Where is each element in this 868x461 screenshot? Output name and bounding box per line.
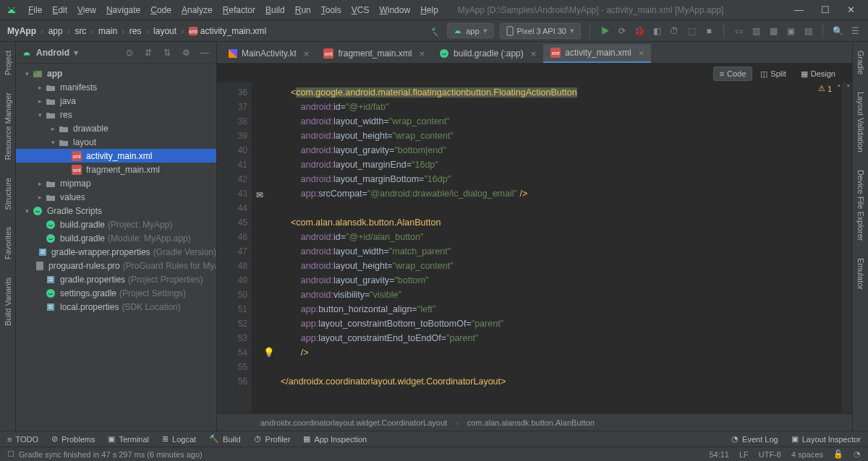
code-editor[interactable]: <com.google.android.material.floatingact… <box>252 82 842 413</box>
collapse-all-icon[interactable]: ⇅ <box>161 47 173 59</box>
intention-bulb-icon[interactable]: 💡 <box>263 345 275 360</box>
tree-item-build-gradle[interactable]: build.gradle(Project: MyApp) <box>16 217 216 231</box>
memory-indicator[interactable]: ◔ <box>854 449 861 459</box>
bottom-tool-layout-inspector[interactable]: ▣Layout Inspector <box>791 434 861 444</box>
tree-item-local-properties[interactable]: local.properties(SDK Location) <box>16 300 216 314</box>
bottom-tool-build[interactable]: 🔨Build <box>209 434 240 444</box>
caret-position[interactable]: 54:11 <box>709 450 729 459</box>
resource-manager-icon[interactable]: ▦ <box>767 25 779 37</box>
minimize-button[interactable]: ― <box>794 4 804 15</box>
tree-item-settings-gradle[interactable]: settings.gradle(Project Settings) <box>16 286 216 300</box>
bottom-tool-todo[interactable]: ≡TODO <box>7 434 38 444</box>
menu-edit[interactable]: Edit <box>47 5 72 15</box>
indent-setting[interactable]: 4 spaces <box>791 450 823 459</box>
close-tab-icon[interactable]: × <box>639 48 644 59</box>
tree-item-values[interactable]: ▸values <box>16 190 216 204</box>
split-view-button[interactable]: ◫ Split <box>754 66 792 82</box>
device-manager-icon[interactable]: ▤ <box>802 25 814 37</box>
menu-window[interactable]: Window <box>374 5 415 15</box>
breadcrumb-item[interactable]: src <box>75 26 86 36</box>
tree-item-layout[interactable]: ▾layout <box>16 135 216 149</box>
tree-item-manifests[interactable]: ▸manifests <box>16 80 216 94</box>
file-encoding[interactable]: UTF-8 <box>759 450 781 459</box>
menu-help[interactable]: Help <box>415 5 443 15</box>
tool-window-structure[interactable]: Structure <box>2 175 14 213</box>
tool-window-resource-manager[interactable]: Resource Manager <box>2 90 14 163</box>
close-tab-icon[interactable]: × <box>531 48 537 59</box>
menu-build[interactable]: Build <box>260 5 290 15</box>
avd-manager-icon[interactable]: ▭ <box>733 25 744 37</box>
menu-view[interactable]: View <box>72 5 101 15</box>
tool-window-emulator[interactable]: Emulator <box>855 255 867 293</box>
menu-code[interactable]: Code <box>145 5 176 15</box>
hide-panel-icon[interactable]: — <box>199 47 210 59</box>
inspection-indicator[interactable]: ⚠1˄˅ <box>818 84 851 93</box>
close-tab-icon[interactable]: × <box>419 48 425 59</box>
settings-icon[interactable]: ☰ <box>849 25 861 37</box>
menu-refactor[interactable]: Refactor <box>218 5 260 15</box>
editor-tab-activity-main-xml[interactable]: xmlactivity_main.xml× <box>543 44 651 63</box>
tree-item-fragment-main-xml[interactable]: xmlfragment_main.xml <box>16 163 216 176</box>
apply-changes-icon[interactable]: ⟳ <box>616 25 628 37</box>
menu-analyze[interactable]: Analyze <box>176 5 218 15</box>
tree-item-mipmap[interactable]: ▸mipmap <box>16 176 216 190</box>
search-everywhere-icon[interactable]: 🔍 <box>832 25 843 37</box>
bottom-tool-terminal[interactable]: ▣Terminal <box>108 434 149 444</box>
menu-file[interactable]: File <box>23 5 47 15</box>
tree-item-java[interactable]: ▸java <box>16 94 216 108</box>
error-stripe[interactable]: ⚠1˄˅ <box>842 82 852 413</box>
read-only-icon[interactable]: 🔓 <box>833 449 843 459</box>
run-button[interactable] <box>599 25 610 37</box>
bottom-tool-problems[interactable]: ⊘Problems <box>51 434 95 444</box>
tree-item-activity-main-xml[interactable]: xmlactivity_main.xml <box>16 149 216 163</box>
editor-breadcrumb[interactable]: androidx.coordinatorlayout.widget.Coordi… <box>217 413 852 431</box>
attach-debugger-icon[interactable]: ⬚ <box>686 25 697 37</box>
bottom-tool-logcat[interactable]: ≣Logcat <box>162 434 196 444</box>
stop-icon[interactable]: ■ <box>703 25 715 37</box>
code-view-button[interactable]: ≡ Code <box>713 66 753 81</box>
breadcrumb-item[interactable]: layout <box>153 26 176 36</box>
design-view-button[interactable]: ▦ Design <box>794 66 842 82</box>
tool-window-layout-validation[interactable]: Layout Validation <box>855 89 867 155</box>
menu-tools[interactable]: Tools <box>316 5 346 15</box>
breadcrumb-item[interactable]: res <box>129 26 142 36</box>
line-separator[interactable]: LF <box>739 450 749 459</box>
tree-item-app[interactable]: ▾app <box>16 66 216 80</box>
coverage-icon[interactable]: ◧ <box>651 25 663 37</box>
tool-window-device-file-explorer[interactable]: Device File Explorer <box>855 167 867 244</box>
bottom-tool-profiler[interactable]: ⏱Profiler <box>254 434 291 444</box>
maximize-button[interactable]: ☐ <box>821 4 830 15</box>
close-window-button[interactable]: ✕ <box>847 4 855 15</box>
run-config-selector[interactable]: app ▾ <box>447 23 493 38</box>
select-opened-file-icon[interactable]: ⊙ <box>124 47 135 59</box>
mail-gutter-icon[interactable]: ✉ <box>256 188 263 202</box>
tree-item-gradle-wrapper-properties[interactable]: gradle-wrapper.properties(Gradle Version… <box>16 245 216 259</box>
tool-window-project[interactable]: Project <box>2 48 14 78</box>
tool-window-gradle[interactable]: Gradle <box>855 48 867 77</box>
tree-item-build-gradle[interactable]: build.gradle(Module: MyApp.app) <box>16 231 216 245</box>
breadcrumb-item[interactable]: activity_main.xml <box>200 26 266 36</box>
panel-settings-icon[interactable]: ⚙ <box>180 47 192 59</box>
bottom-tool-event-log[interactable]: ◔Event Log <box>731 434 778 444</box>
bottom-tool-app-inspection[interactable]: ▦App Inspection <box>303 434 367 444</box>
project-view-selector[interactable]: Android ▾ <box>22 48 78 58</box>
tool-window-favorites[interactable]: Favorites <box>2 224 14 262</box>
menu-vcs[interactable]: VCS <box>346 5 375 15</box>
editor-gutter[interactable]: 3637383940414243✉44454647484950515253545… <box>217 82 252 413</box>
menu-navigate[interactable]: Navigate <box>101 5 145 15</box>
debug-icon[interactable]: 🐞 <box>634 25 645 37</box>
menu-run[interactable]: Run <box>290 5 316 15</box>
expand-all-icon[interactable]: ⇵ <box>142 47 154 59</box>
breadcrumb-item[interactable]: main <box>98 26 117 36</box>
device-selector[interactable]: Pixel 3 API 30 ▾ <box>500 23 582 39</box>
tree-item-drawable[interactable]: ▸drawable <box>16 121 216 135</box>
editor-tab-build-gradle---app-[interactable]: build.gradle (:app)× <box>432 44 543 63</box>
layout-inspector-icon[interactable]: ▣ <box>785 25 796 37</box>
sdk-manager-icon[interactable]: ▥ <box>750 25 762 37</box>
tree-item-res[interactable]: ▾res <box>16 108 216 121</box>
close-tab-icon[interactable]: × <box>304 48 310 59</box>
breadcrumb-item[interactable]: MyApp <box>7 26 36 36</box>
breadcrumb-item[interactable]: app <box>48 26 63 36</box>
tool-window-build-variants[interactable]: Build Variants <box>2 275 14 329</box>
editor-tab-fragment-main-xml[interactable]: xmlfragment_main.xml× <box>316 44 432 63</box>
